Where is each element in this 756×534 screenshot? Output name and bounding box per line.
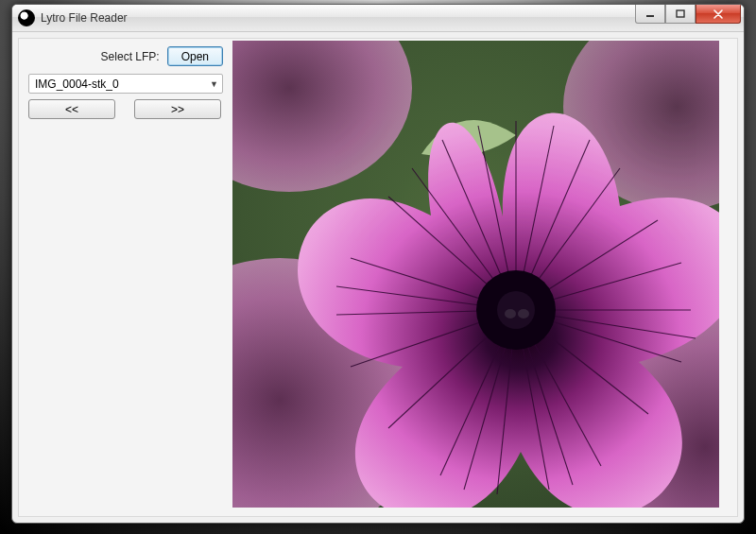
image-viewport bbox=[232, 39, 737, 516]
lytro-circle-icon bbox=[18, 9, 35, 26]
image-select-combo[interactable]: IMG_0004-stk_0 ▼ bbox=[28, 74, 223, 94]
close-button[interactable] bbox=[696, 5, 741, 24]
combo-value: IMG_0004-stk_0 bbox=[35, 78, 119, 91]
app-window: Lytro File Reader Select LFP: Open bbox=[11, 4, 745, 524]
open-button[interactable]: Open bbox=[167, 46, 223, 66]
svg-point-9 bbox=[505, 309, 516, 319]
nav-buttons-row: << >> bbox=[28, 99, 223, 119]
select-lfp-row: Select LFP: Open bbox=[28, 46, 223, 66]
controls-panel: Select LFP: Open IMG_0004-stk_0 ▼ << >> bbox=[19, 39, 232, 516]
prev-button[interactable]: << bbox=[28, 99, 115, 119]
minimize-icon bbox=[645, 9, 655, 19]
svg-rect-0 bbox=[646, 15, 654, 17]
maximize-icon bbox=[676, 9, 685, 19]
svg-point-8 bbox=[497, 291, 535, 329]
minimize-button[interactable] bbox=[635, 5, 665, 24]
titlebar[interactable]: Lytro File Reader bbox=[12, 5, 744, 32]
svg-rect-1 bbox=[677, 10, 684, 17]
next-button[interactable]: >> bbox=[134, 99, 221, 119]
chevron-down-icon: ▼ bbox=[210, 79, 218, 89]
photo-preview[interactable] bbox=[232, 41, 719, 508]
window-buttons bbox=[635, 5, 741, 24]
client-area: Select LFP: Open IMG_0004-stk_0 ▼ << >> bbox=[18, 38, 738, 517]
close-icon bbox=[713, 9, 724, 19]
select-lfp-label: Select LFP: bbox=[28, 50, 167, 63]
maximize-button[interactable] bbox=[665, 5, 696, 24]
desktop-background: Lytro File Reader Select LFP: Open bbox=[0, 0, 756, 534]
svg-point-10 bbox=[518, 309, 529, 319]
